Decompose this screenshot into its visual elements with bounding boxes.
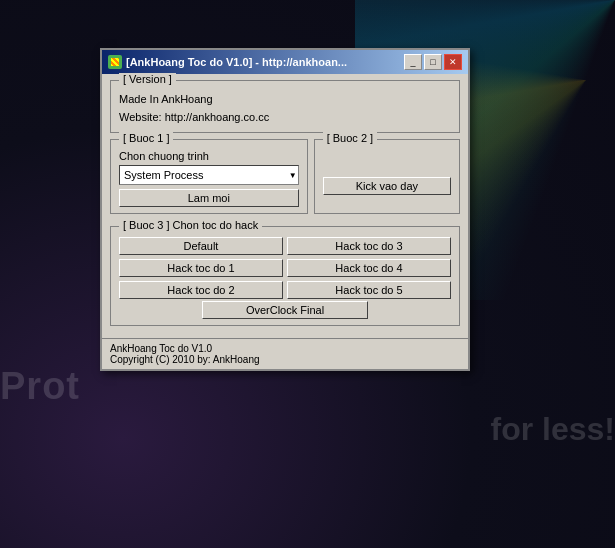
app-icon xyxy=(108,55,122,69)
footer-line2: Copyright (C) 2010 by: AnkHoang xyxy=(110,354,460,365)
overclock-row: OverClock Final xyxy=(119,301,451,319)
buoc2-legend: [ Buoc 2 ] xyxy=(323,132,377,144)
window-title: [AnkHoang Toc do V1.0] - http://ankhoan.… xyxy=(126,56,347,68)
title-bar-left: [AnkHoang Toc do V1.0] - http://ankhoan.… xyxy=(108,55,347,69)
bg-text-forless: for less! xyxy=(491,411,615,448)
process-select[interactable]: System Process explorer.exe winlogon.exe xyxy=(119,165,299,185)
buoc1-group: [ Buoc 1 ] Chon chuong trinh System Proc… xyxy=(110,139,308,214)
hack4-button[interactable]: Hack toc do 4 xyxy=(287,259,451,277)
hack3-button[interactable]: Hack toc do 3 xyxy=(287,237,451,255)
maximize-button[interactable]: □ xyxy=(424,54,442,70)
lam-moi-button[interactable]: Lam moi xyxy=(119,189,299,207)
hack5-button[interactable]: Hack toc do 5 xyxy=(287,281,451,299)
hack2-button[interactable]: Hack toc do 2 xyxy=(119,281,283,299)
buoc3-legend: [ Buoc 3 ] Chon toc do hack xyxy=(119,219,262,231)
hack1-button[interactable]: Hack toc do 1 xyxy=(119,259,283,277)
buoc-row: [ Buoc 1 ] Chon chuong trinh System Proc… xyxy=(110,139,460,220)
overclock-final-button[interactable]: OverClock Final xyxy=(202,301,368,319)
minimize-button[interactable]: _ xyxy=(404,54,422,70)
select-wrapper: System Process explorer.exe winlogon.exe… xyxy=(119,165,299,185)
version-legend: [ Version ] xyxy=(119,73,176,85)
title-buttons: _ □ ✕ xyxy=(404,54,462,70)
version-group: [ Version ] Made In AnkHoang Website: ht… xyxy=(110,80,460,133)
buoc2-group: [ Buoc 2 ] Kick vao day xyxy=(314,139,460,214)
footer-line1: AnkHoang Toc do V1.0 xyxy=(110,343,460,354)
buoc1-legend: [ Buoc 1 ] xyxy=(119,132,173,144)
kick-vao-day-button[interactable]: Kick vao day xyxy=(323,177,451,195)
version-line2: Website: http://ankhoang.co.cc xyxy=(119,109,451,127)
version-line1: Made In AnkHoang xyxy=(119,91,451,109)
title-bar: [AnkHoang Toc do V1.0] - http://ankhoan.… xyxy=(102,50,468,74)
buoc2-content: Kick vao day xyxy=(323,144,451,207)
window-body: [ Version ] Made In AnkHoang Website: ht… xyxy=(102,74,468,338)
chon-chuong-trinh-label: Chon chuong trinh xyxy=(119,150,299,162)
buoc3-content: Default Hack toc do 3 Hack toc do 1 Hack… xyxy=(119,237,451,319)
bg-text-protect: Prot xyxy=(0,365,80,408)
speed-buttons-grid: Default Hack toc do 3 Hack toc do 1 Hack… xyxy=(119,237,451,299)
main-window: [AnkHoang Toc do V1.0] - http://ankhoan.… xyxy=(100,48,470,371)
buoc3-group: [ Buoc 3 ] Chon toc do hack Default Hack… xyxy=(110,226,460,326)
footer: AnkHoang Toc do V1.0 Copyright (C) 2010 … xyxy=(102,338,468,369)
buoc1-content: Chon chuong trinh System Process explore… xyxy=(119,150,299,207)
close-button[interactable]: ✕ xyxy=(444,54,462,70)
version-content: Made In AnkHoang Website: http://ankhoan… xyxy=(119,91,451,126)
default-button[interactable]: Default xyxy=(119,237,283,255)
